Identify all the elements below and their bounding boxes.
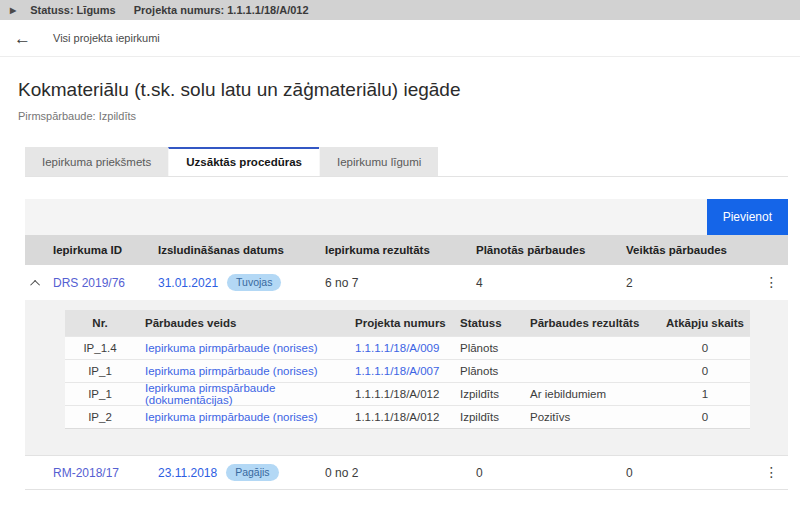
check-row: IP_1 Iepirkuma pirmspārbaude (dokumentāc…: [65, 382, 750, 405]
check-status: Izpildīts: [460, 411, 530, 423]
check-type-link[interactable]: Iepirkuma pirmpārbaude (norises): [145, 365, 318, 377]
check-row: IP_1 Iepirkuma pirmpārbaude (norises) 1.…: [65, 359, 750, 382]
col-header-iepirkuma-id: Iepirkuma ID: [47, 244, 152, 256]
table-row: RM-2018/17 23.11.2018 Pagājis 0 no 2 0 0…: [25, 455, 788, 490]
procedures-section: Pievienot Iepirkuma ID Izsludināšanas da…: [25, 199, 788, 490]
back-nav-label[interactable]: Visi projekta iepirkumi: [53, 32, 160, 44]
tab-bar: Iepirkuma priekšmets Uzsāktās procedūras…: [25, 147, 788, 177]
done-checks-value: 2: [620, 276, 755, 290]
check-deviations: 1: [660, 388, 750, 400]
tab-iepirkumu-ligumi[interactable]: Iepirkumu līgumi: [319, 147, 438, 176]
procurement-result-value: 6 no 7: [315, 276, 470, 290]
col-header-nr: Nr.: [65, 317, 135, 329]
procurement-result-value: 0 no 2: [315, 466, 470, 480]
check-status: Plānots: [460, 342, 530, 354]
col-header-iepirkuma-rezultats: Iepirkuma rezultāts: [315, 244, 470, 256]
check-nr: IP_1.4: [65, 342, 135, 354]
checks-table-header-row: Nr. Pārbaudes veids Projekta numurs Stat…: [65, 310, 750, 336]
col-header-projekta-numurs: Projekta numurs: [355, 317, 460, 329]
check-nr: IP_2: [65, 411, 135, 423]
check-project-number: 1.1.1.1/18/A/012: [355, 411, 460, 423]
page-header: Kokmateriālu (t.sk. solu latu un zāģmate…: [0, 57, 800, 122]
status-badge: Tuvojas: [227, 274, 281, 291]
page-title: Kokmateriālu (t.sk. solu latu un zāģmate…: [18, 79, 782, 101]
procurement-id-link[interactable]: RM-2018/17: [53, 466, 119, 480]
check-type-link[interactable]: Iepirkuma pirmpārbaude (norises): [145, 342, 318, 354]
check-result: Ar iebildumiem: [530, 388, 660, 400]
col-header-atkapju-skaits: Atkāpju skaits: [660, 317, 750, 329]
tab-uzsaktas-proceduras[interactable]: Uzsāktās procedūras: [168, 147, 319, 176]
table-header-row: Iepirkuma ID Izsludināšanas datums Iepir…: [25, 235, 788, 265]
done-checks-value: 0: [620, 466, 755, 480]
status-badge: Pagājis: [226, 464, 278, 481]
check-nr: IP_1: [65, 388, 135, 400]
check-project-link[interactable]: 1.1.1.1/18/A/007: [355, 365, 439, 377]
col-header-parbaudes-veids: Pārbaudes veids: [135, 317, 355, 329]
expanded-details-panel: Nr. Pārbaudes veids Projekta numurs Stat…: [25, 300, 788, 455]
table-toolbar: Pievienot: [25, 199, 788, 235]
collapse-chevron-icon[interactable]: [30, 279, 40, 289]
check-status: Izpildīts: [460, 388, 530, 400]
page-subtitle: Pirmspārbaude: Izpildīts: [18, 110, 782, 122]
procurement-id-link[interactable]: DRS 2019/76: [53, 276, 125, 290]
planned-checks-value: 4: [470, 276, 620, 290]
col-header-parbaudes-rezultats: Pārbaudes rezultāts: [530, 317, 660, 329]
back-arrow-icon[interactable]: ←: [14, 30, 31, 47]
kebab-menu-icon[interactable]: ⋮: [765, 274, 779, 290]
col-header-veiktas-parbaudes: Veiktās pārbaudes: [620, 244, 755, 256]
check-project-number: 1.1.1.1/18/A/012: [355, 388, 460, 400]
add-button[interactable]: Pievienot: [707, 199, 788, 235]
caret-right-icon[interactable]: ▶: [10, 6, 16, 15]
project-number-label: Projekta numurs: 1.1.1.1/18/A/012: [134, 4, 309, 16]
check-type-link[interactable]: Iepirkuma pirmpārbaude (norises): [145, 411, 318, 423]
check-row: IP_1.4 Iepirkuma pirmpārbaude (norises) …: [65, 336, 750, 359]
check-nr: IP_1: [65, 365, 135, 377]
table-row: DRS 2019/76 31.01.2021 Tuvojas 6 no 7 4 …: [25, 265, 788, 300]
check-deviations: 0: [660, 411, 750, 423]
check-deviations: 0: [660, 365, 750, 377]
back-nav-bar: ← Visi projekta iepirkumi: [0, 20, 800, 57]
status-bar: ▶ Statuss: Līgums Projekta numurs: 1.1.1…: [0, 0, 800, 20]
check-result: Pozitīvs: [530, 411, 660, 423]
check-type-link[interactable]: Iepirkuma pirmspārbaude (dokumentācijas): [145, 382, 275, 406]
tab-iepirkuma-prieksmets[interactable]: Iepirkuma priekšmets: [25, 147, 168, 176]
kebab-menu-icon[interactable]: ⋮: [765, 464, 779, 480]
col-header-planotas-parbaudes: Plānotās pārbaudes: [470, 244, 620, 256]
check-project-link[interactable]: 1.1.1.1/18/A/009: [355, 342, 439, 354]
col-header-izsludinasanas-datums: Izsludināšanas datums: [152, 244, 315, 256]
check-status: Plānots: [460, 365, 530, 377]
checks-table: Nr. Pārbaudes veids Projekta numurs Stat…: [65, 310, 750, 429]
planned-checks-value: 0: [470, 466, 620, 480]
check-row: IP_2 Iepirkuma pirmpārbaude (norises) 1.…: [65, 405, 750, 428]
announcement-date-link[interactable]: 31.01.2021: [158, 276, 218, 290]
announcement-date-link[interactable]: 23.11.2018: [158, 466, 217, 480]
col-header-statuss: Statuss: [460, 317, 530, 329]
check-deviations: 0: [660, 342, 750, 354]
status-label: Statuss: Līgums: [30, 4, 116, 16]
